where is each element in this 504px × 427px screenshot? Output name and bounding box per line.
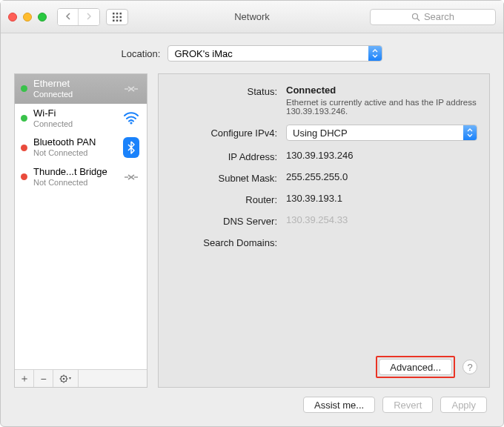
location-value: GROK's iMac: [168, 48, 238, 59]
status-value: Connected: [286, 85, 477, 96]
svg-rect-3: [113, 16, 115, 18]
remove-service-button[interactable]: −: [34, 370, 53, 387]
window-footer: Assist me... Revert Apply: [14, 397, 490, 416]
bluetooth-icon: [122, 137, 141, 158]
status-dot-icon: [21, 145, 27, 151]
location-select[interactable]: GROK's iMac: [168, 45, 382, 62]
svg-rect-4: [116, 16, 119, 18]
ip-address-label: IP Address:: [166, 150, 277, 162]
chevron-updown-icon: [463, 125, 477, 140]
revert-button[interactable]: Revert: [382, 397, 433, 413]
forward-button[interactable]: [79, 9, 99, 25]
search-domains-label: Search Domains:: [166, 236, 277, 248]
service-item-text: Thunde...t BridgeNot Connected: [33, 167, 116, 188]
service-status: Connected: [33, 119, 116, 129]
service-item-bluetooth-pan[interactable]: Bluetooth PANNot Connected: [15, 133, 147, 162]
location-label: Location:: [122, 48, 161, 59]
svg-rect-1: [116, 13, 119, 15]
status-dot-icon: [21, 173, 27, 180]
svg-rect-7: [116, 19, 119, 21]
show-all-button[interactable]: [106, 9, 128, 25]
dns-server-value: 130.39.254.33: [286, 214, 477, 225]
services-sidebar: EthernetConnectedWi-FiConnectedBluetooth…: [14, 73, 147, 388]
body-row: EthernetConnectedWi-FiConnectedBluetooth…: [14, 73, 490, 388]
back-button[interactable]: [58, 9, 79, 25]
svg-line-10: [417, 19, 420, 21]
svg-line-18: [61, 376, 62, 377]
search-placeholder: Search: [424, 11, 454, 22]
content-area: Location: GROK's iMac EthernetConnectedW…: [1, 33, 503, 426]
service-item-thunde-t-bridge[interactable]: Thunde...t BridgeNot Connected: [15, 162, 147, 192]
svg-rect-5: [120, 16, 122, 18]
svg-point-11: [130, 122, 132, 125]
add-service-button[interactable]: ＋: [15, 370, 34, 387]
thunderbolt-icon: [122, 171, 141, 183]
status-dot-icon: [21, 85, 27, 92]
service-status: Not Connected: [33, 148, 116, 158]
chevron-updown-icon: [368, 46, 382, 61]
window-controls: [8, 13, 47, 21]
service-item-text: EthernetConnected: [33, 79, 116, 99]
configure-ipv4-value: Using DHCP: [287, 128, 354, 139]
status-value-block: Connected Ethernet is currently active a…: [286, 85, 477, 116]
svg-rect-2: [120, 13, 122, 15]
svg-rect-8: [120, 19, 122, 21]
status-dot-icon: [21, 115, 27, 122]
status-subtext: Ethernet is currently active and has the…: [286, 98, 477, 116]
detail-form: Status: Connected Ethernet is currently …: [166, 85, 477, 248]
service-item-text: Wi-FiConnected: [33, 108, 116, 129]
wifi-icon: [122, 111, 141, 125]
assist-me-button[interactable]: Assist me...: [303, 397, 375, 413]
configure-ipv4-select[interactable]: Using DHCP: [286, 125, 477, 141]
router-label: Router:: [166, 193, 277, 205]
advanced-button[interactable]: Advanced...: [379, 359, 452, 375]
gear-icon: [59, 374, 73, 383]
close-icon[interactable]: [8, 13, 17, 21]
svg-line-20: [61, 380, 62, 381]
service-name: Ethernet: [33, 79, 116, 90]
sidebar-footer: ＋ −: [15, 369, 147, 387]
zoom-icon[interactable]: [38, 13, 47, 21]
service-item-text: Bluetooth PANNot Connected: [33, 137, 116, 158]
search-icon: [411, 13, 420, 21]
svg-line-19: [65, 380, 66, 381]
service-name: Bluetooth PAN: [33, 137, 116, 148]
ethernet-icon: [122, 83, 141, 95]
service-item-ethernet[interactable]: EthernetConnected: [15, 74, 147, 104]
location-row: Location: GROK's iMac: [14, 45, 490, 62]
advanced-highlight: Advanced...: [376, 356, 455, 378]
service-status: Not Connected: [33, 178, 116, 188]
configure-ipv4-label: Configure IPv4:: [166, 125, 277, 139]
configure-ipv4-value-wrap: Using DHCP: [286, 125, 477, 141]
router-value: 130.39.193.1: [286, 193, 477, 204]
dns-server-label: DNS Server:: [166, 214, 277, 227]
services-list: EthernetConnectedWi-FiConnectedBluetooth…: [15, 74, 147, 369]
service-name: Wi-Fi: [33, 108, 116, 119]
svg-rect-6: [113, 19, 115, 21]
titlebar: Network Search: [1, 1, 503, 33]
svg-point-13: [62, 377, 64, 380]
nav-back-forward: [57, 8, 100, 26]
network-preferences-window: Network Search Location: GROK's iMac Eth…: [0, 0, 504, 427]
subnet-mask-value: 255.255.255.0: [286, 171, 477, 182]
ip-address-value: 130.39.193.246: [286, 150, 477, 161]
minimize-icon[interactable]: [23, 13, 32, 21]
apply-button[interactable]: Apply: [440, 397, 487, 413]
subnet-mask-label: Subnet Mask:: [166, 171, 277, 184]
service-actions-button[interactable]: [53, 370, 79, 387]
help-button[interactable]: ?: [462, 360, 477, 374]
status-label: Status:: [166, 85, 277, 97]
service-name: Thunde...t Bridge: [33, 167, 116, 178]
search-field[interactable]: Search: [370, 9, 496, 25]
service-status: Connected: [33, 90, 116, 99]
svg-line-21: [65, 376, 66, 377]
svg-point-9: [412, 13, 417, 19]
svg-rect-0: [113, 13, 115, 15]
service-item-wi-fi[interactable]: Wi-FiConnected: [15, 104, 147, 133]
service-detail-panel: Status: Connected Ethernet is currently …: [158, 73, 490, 388]
detail-footer: Advanced... ?: [166, 356, 477, 378]
